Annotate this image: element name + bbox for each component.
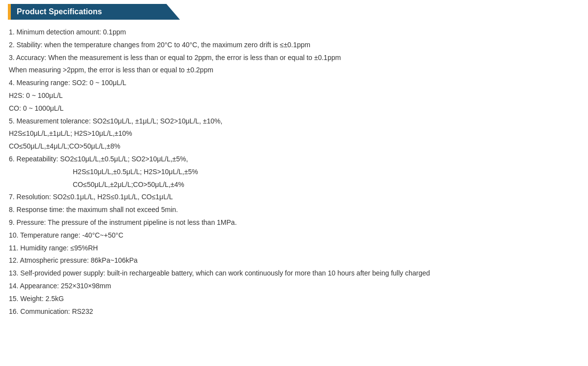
spec-item-spec15: 15. Weight: 2.5kG: [9, 293, 580, 305]
header-title-box: Product Specifications: [11, 4, 180, 20]
spec-item-spec1: 1. Minimum detection amount: 0.1ppm: [9, 27, 580, 38]
spec-item-spec6b: H2S≤10μL/L,±0.5μL/L; H2S>10μL/L,±5%: [9, 166, 580, 178]
spec-item-spec7: 7. Resolution: SO2≤0.1μL/L, H2S≤0.1μL/L,…: [9, 191, 580, 203]
spec-item-spec11: 11. Humidity range: ≤95%RH: [9, 243, 580, 254]
spec-item-spec3b: When measuring >2ppm, the error is less …: [9, 64, 580, 76]
spec-item-spec3a: 3. Accuracy: When the measurement is les…: [9, 52, 580, 64]
spec-item-spec13: 13. Self-provided power supply: built-in…: [9, 268, 580, 279]
spec-item-spec14: 14. Appearance: 252×310×98mm: [9, 280, 580, 292]
spec-item-spec16: 16. Communication: RS232: [9, 306, 580, 318]
spec-item-spec4b: H2S: 0 ~ 100μL/L: [9, 90, 580, 102]
spec-item-spec12: 12. Atmospheric pressure: 86kPa~106kPa: [9, 255, 580, 267]
spec-item-spec5c: CO≤50μL/L,±4μL/L;CO>50μL/L,±8%: [9, 141, 580, 152]
spec-item-spec8: 8. Response time: the maximum shall not …: [9, 204, 580, 216]
header-accent-bar: [8, 4, 11, 20]
specs-list: 1. Minimum detection amount: 0.1ppm2. St…: [8, 27, 580, 317]
spec-item-spec10: 10. Temperature range: -40°C~+50°C: [9, 230, 580, 242]
spec-item-spec4a: 4. Measuring range: SO2: 0 ~ 100μL/L: [9, 77, 580, 89]
spec-item-spec4c: CO: 0 ~ 1000μL/L: [9, 103, 580, 115]
spec-item-spec6a: 6. Repeatability: SO2≤10μL/L,±0.5μL/L; S…: [9, 153, 580, 165]
spec-item-spec9: 9. Pressure: The pressure of the instrum…: [9, 217, 580, 229]
spec-item-spec5a: 5. Measurement tolerance: SO2≤10μL/L, ±1…: [9, 116, 580, 127]
spec-item-spec2: 2. Stability: when the temperature chang…: [9, 39, 580, 51]
header-section: Product Specifications: [8, 4, 180, 20]
spec-item-spec6c: CO≤50μL/L,±2μL/L;CO>50μL/L,±4%: [9, 179, 580, 191]
page-title: Product Specifications: [17, 7, 102, 16]
spec-item-spec5b: H2S≤10μL/L,±1μL/L; H2S>10μL/L,±10%: [9, 128, 580, 140]
